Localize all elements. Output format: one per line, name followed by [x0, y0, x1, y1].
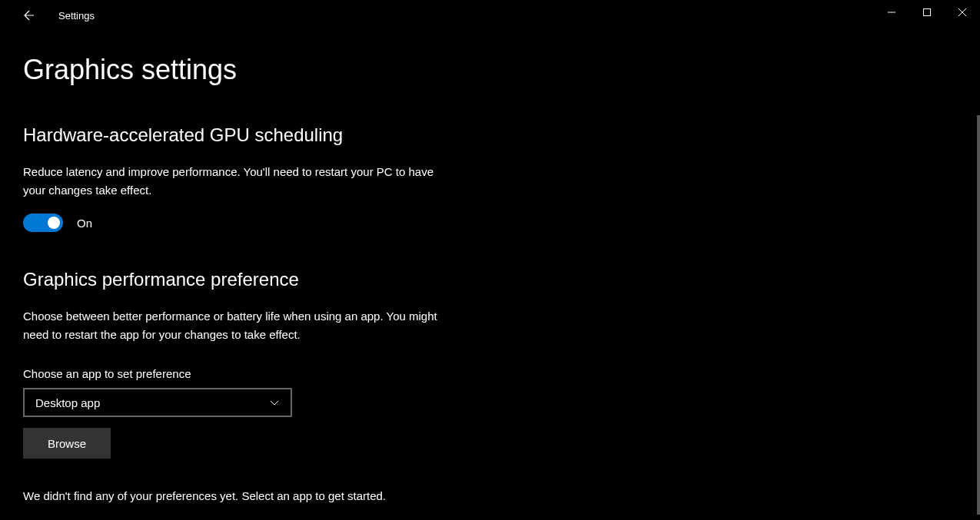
- empty-state-message: We didn't find any of your preferences y…: [23, 489, 957, 502]
- gpu-scheduling-toggle[interactable]: [23, 214, 63, 232]
- vertical-scrollbar[interactable]: [977, 115, 980, 515]
- chevron-down-icon: [269, 397, 280, 408]
- dropdown-selected-value: Desktop app: [35, 396, 100, 409]
- gpu-scheduling-heading: Hardware-accelerated GPU scheduling: [23, 124, 957, 146]
- app-type-dropdown[interactable]: Desktop app: [23, 388, 292, 417]
- maximize-button[interactable]: [909, 0, 945, 25]
- performance-preference-heading: Graphics performance preference: [23, 269, 957, 290]
- window-title: Settings: [58, 10, 95, 22]
- gpu-scheduling-toggle-label: On: [77, 217, 92, 230]
- browse-button[interactable]: Browse: [23, 428, 111, 459]
- maximize-icon: [922, 8, 932, 17]
- svg-rect-1: [924, 9, 931, 16]
- back-arrow-icon: [22, 9, 34, 22]
- performance-preference-description: Choose between better performance or bat…: [23, 307, 453, 344]
- close-icon: [958, 8, 967, 17]
- minimize-icon: [887, 8, 896, 17]
- minimize-button[interactable]: [874, 0, 909, 25]
- back-button[interactable]: [15, 3, 40, 28]
- gpu-scheduling-description: Reduce latency and improve performance. …: [23, 163, 453, 200]
- close-button[interactable]: [945, 0, 980, 25]
- choose-app-label: Choose an app to set preference: [23, 367, 957, 380]
- browse-button-label: Browse: [48, 437, 86, 450]
- page-title: Graphics settings: [23, 54, 957, 86]
- toggle-knob: [48, 217, 60, 229]
